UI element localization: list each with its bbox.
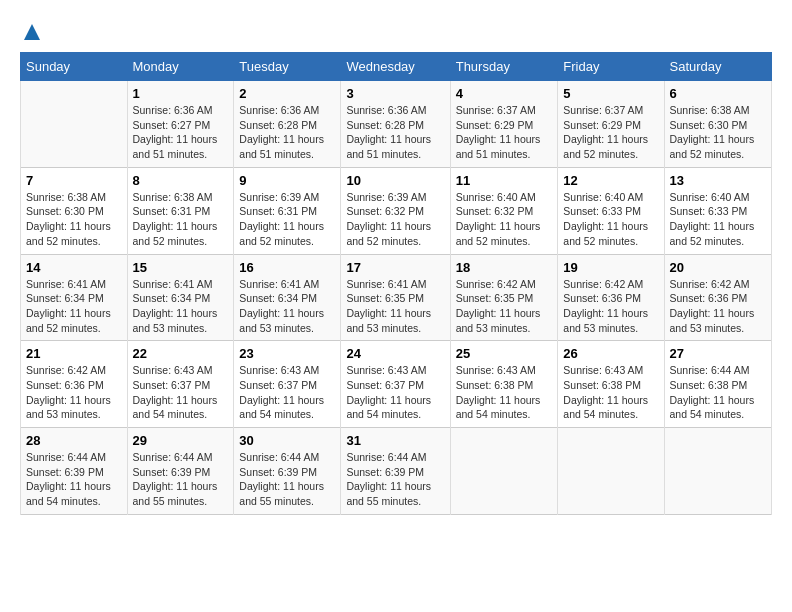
day-number: 15: [133, 260, 229, 275]
header-row: SundayMondayTuesdayWednesdayThursdayFrid…: [21, 53, 772, 81]
day-number: 2: [239, 86, 335, 101]
day-info: Sunrise: 6:38 AMSunset: 6:30 PMDaylight:…: [26, 190, 122, 249]
day-info: Sunrise: 6:44 AMSunset: 6:39 PMDaylight:…: [26, 450, 122, 509]
calendar-cell: 25Sunrise: 6:43 AMSunset: 6:38 PMDayligh…: [450, 341, 558, 428]
day-number: 20: [670, 260, 766, 275]
week-row-2: 14Sunrise: 6:41 AMSunset: 6:34 PMDayligh…: [21, 254, 772, 341]
day-number: 30: [239, 433, 335, 448]
day-number: 14: [26, 260, 122, 275]
day-info: Sunrise: 6:37 AMSunset: 6:29 PMDaylight:…: [563, 103, 658, 162]
day-info: Sunrise: 6:39 AMSunset: 6:31 PMDaylight:…: [239, 190, 335, 249]
calendar-cell: 6Sunrise: 6:38 AMSunset: 6:30 PMDaylight…: [664, 81, 771, 168]
day-number: 16: [239, 260, 335, 275]
header-sunday: Sunday: [21, 53, 128, 81]
day-number: 28: [26, 433, 122, 448]
day-info: Sunrise: 6:38 AMSunset: 6:30 PMDaylight:…: [670, 103, 766, 162]
day-number: 1: [133, 86, 229, 101]
day-info: Sunrise: 6:41 AMSunset: 6:34 PMDaylight:…: [133, 277, 229, 336]
calendar-cell: 13Sunrise: 6:40 AMSunset: 6:33 PMDayligh…: [664, 167, 771, 254]
calendar-cell: 9Sunrise: 6:39 AMSunset: 6:31 PMDaylight…: [234, 167, 341, 254]
calendar-cell: 16Sunrise: 6:41 AMSunset: 6:34 PMDayligh…: [234, 254, 341, 341]
day-number: 26: [563, 346, 658, 361]
day-info: Sunrise: 6:42 AMSunset: 6:36 PMDaylight:…: [563, 277, 658, 336]
day-info: Sunrise: 6:44 AMSunset: 6:38 PMDaylight:…: [670, 363, 766, 422]
day-info: Sunrise: 6:44 AMSunset: 6:39 PMDaylight:…: [133, 450, 229, 509]
day-number: 23: [239, 346, 335, 361]
day-number: 8: [133, 173, 229, 188]
logo: [20, 20, 42, 42]
day-info: Sunrise: 6:43 AMSunset: 6:37 PMDaylight:…: [133, 363, 229, 422]
calendar-cell: 26Sunrise: 6:43 AMSunset: 6:38 PMDayligh…: [558, 341, 664, 428]
header-saturday: Saturday: [664, 53, 771, 81]
day-number: 19: [563, 260, 658, 275]
calendar-cell: 3Sunrise: 6:36 AMSunset: 6:28 PMDaylight…: [341, 81, 450, 168]
calendar-cell: 27Sunrise: 6:44 AMSunset: 6:38 PMDayligh…: [664, 341, 771, 428]
day-number: 10: [346, 173, 444, 188]
day-info: Sunrise: 6:36 AMSunset: 6:27 PMDaylight:…: [133, 103, 229, 162]
day-number: 18: [456, 260, 553, 275]
day-number: 11: [456, 173, 553, 188]
calendar-cell: 4Sunrise: 6:37 AMSunset: 6:29 PMDaylight…: [450, 81, 558, 168]
logo-text: [20, 20, 42, 42]
day-number: 3: [346, 86, 444, 101]
day-info: Sunrise: 6:36 AMSunset: 6:28 PMDaylight:…: [239, 103, 335, 162]
calendar-body: 1Sunrise: 6:36 AMSunset: 6:27 PMDaylight…: [21, 81, 772, 515]
week-row-1: 7Sunrise: 6:38 AMSunset: 6:30 PMDaylight…: [21, 167, 772, 254]
calendar-cell: 20Sunrise: 6:42 AMSunset: 6:36 PMDayligh…: [664, 254, 771, 341]
day-info: Sunrise: 6:43 AMSunset: 6:38 PMDaylight:…: [563, 363, 658, 422]
week-row-0: 1Sunrise: 6:36 AMSunset: 6:27 PMDaylight…: [21, 81, 772, 168]
calendar-header: SundayMondayTuesdayWednesdayThursdayFrid…: [21, 53, 772, 81]
day-info: Sunrise: 6:40 AMSunset: 6:33 PMDaylight:…: [563, 190, 658, 249]
day-number: 7: [26, 173, 122, 188]
day-info: Sunrise: 6:40 AMSunset: 6:33 PMDaylight:…: [670, 190, 766, 249]
calendar-cell: 8Sunrise: 6:38 AMSunset: 6:31 PMDaylight…: [127, 167, 234, 254]
day-info: Sunrise: 6:41 AMSunset: 6:34 PMDaylight:…: [239, 277, 335, 336]
logo-icon: [22, 22, 42, 42]
calendar-cell: 24Sunrise: 6:43 AMSunset: 6:37 PMDayligh…: [341, 341, 450, 428]
calendar-cell: 15Sunrise: 6:41 AMSunset: 6:34 PMDayligh…: [127, 254, 234, 341]
calendar-cell: 19Sunrise: 6:42 AMSunset: 6:36 PMDayligh…: [558, 254, 664, 341]
calendar-cell: 28Sunrise: 6:44 AMSunset: 6:39 PMDayligh…: [21, 428, 128, 515]
day-info: Sunrise: 6:38 AMSunset: 6:31 PMDaylight:…: [133, 190, 229, 249]
calendar-cell: 23Sunrise: 6:43 AMSunset: 6:37 PMDayligh…: [234, 341, 341, 428]
calendar-cell: 21Sunrise: 6:42 AMSunset: 6:36 PMDayligh…: [21, 341, 128, 428]
calendar-cell: 18Sunrise: 6:42 AMSunset: 6:35 PMDayligh…: [450, 254, 558, 341]
page-header: [20, 20, 772, 42]
day-number: 9: [239, 173, 335, 188]
day-number: 27: [670, 346, 766, 361]
svg-marker-0: [24, 24, 40, 40]
week-row-3: 21Sunrise: 6:42 AMSunset: 6:36 PMDayligh…: [21, 341, 772, 428]
day-info: Sunrise: 6:43 AMSunset: 6:37 PMDaylight:…: [239, 363, 335, 422]
calendar-cell: 12Sunrise: 6:40 AMSunset: 6:33 PMDayligh…: [558, 167, 664, 254]
day-number: 6: [670, 86, 766, 101]
week-row-4: 28Sunrise: 6:44 AMSunset: 6:39 PMDayligh…: [21, 428, 772, 515]
day-info: Sunrise: 6:43 AMSunset: 6:37 PMDaylight:…: [346, 363, 444, 422]
day-number: 12: [563, 173, 658, 188]
calendar-cell: [558, 428, 664, 515]
calendar-cell: 14Sunrise: 6:41 AMSunset: 6:34 PMDayligh…: [21, 254, 128, 341]
day-info: Sunrise: 6:41 AMSunset: 6:34 PMDaylight:…: [26, 277, 122, 336]
calendar-cell: 17Sunrise: 6:41 AMSunset: 6:35 PMDayligh…: [341, 254, 450, 341]
day-info: Sunrise: 6:40 AMSunset: 6:32 PMDaylight:…: [456, 190, 553, 249]
day-info: Sunrise: 6:39 AMSunset: 6:32 PMDaylight:…: [346, 190, 444, 249]
day-info: Sunrise: 6:37 AMSunset: 6:29 PMDaylight:…: [456, 103, 553, 162]
calendar-cell: 22Sunrise: 6:43 AMSunset: 6:37 PMDayligh…: [127, 341, 234, 428]
day-info: Sunrise: 6:41 AMSunset: 6:35 PMDaylight:…: [346, 277, 444, 336]
calendar-cell: 2Sunrise: 6:36 AMSunset: 6:28 PMDaylight…: [234, 81, 341, 168]
day-number: 5: [563, 86, 658, 101]
day-info: Sunrise: 6:44 AMSunset: 6:39 PMDaylight:…: [346, 450, 444, 509]
calendar-cell: 10Sunrise: 6:39 AMSunset: 6:32 PMDayligh…: [341, 167, 450, 254]
header-tuesday: Tuesday: [234, 53, 341, 81]
day-number: 25: [456, 346, 553, 361]
day-number: 24: [346, 346, 444, 361]
calendar-cell: [21, 81, 128, 168]
calendar-cell: [664, 428, 771, 515]
calendar-cell: [450, 428, 558, 515]
day-info: Sunrise: 6:42 AMSunset: 6:35 PMDaylight:…: [456, 277, 553, 336]
day-number: 13: [670, 173, 766, 188]
calendar-cell: 29Sunrise: 6:44 AMSunset: 6:39 PMDayligh…: [127, 428, 234, 515]
calendar-cell: 11Sunrise: 6:40 AMSunset: 6:32 PMDayligh…: [450, 167, 558, 254]
day-number: 31: [346, 433, 444, 448]
day-info: Sunrise: 6:42 AMSunset: 6:36 PMDaylight:…: [670, 277, 766, 336]
day-number: 4: [456, 86, 553, 101]
